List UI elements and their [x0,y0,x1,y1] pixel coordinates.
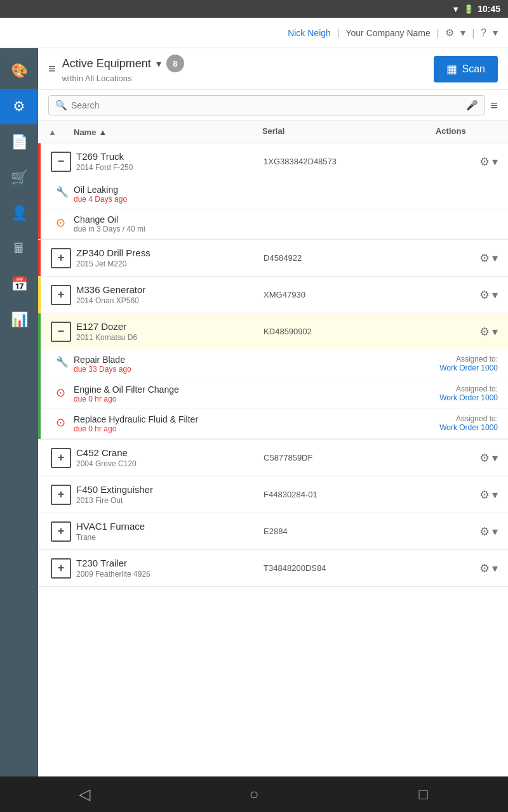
task-assigned: Assigned to: Work Order 1000 [286,414,498,432]
sidebar-item-calculator[interactable]: 🖩 [0,231,38,266]
filter-icon[interactable]: ≡ [490,98,498,113]
task-row: ⊙ Replace Hydraulic Fluid & Filter due 0… [38,409,508,439]
work-order-link[interactable]: Work Order 1000 [286,423,498,432]
task-name: Change Oil [74,214,498,225]
task-row: ⊙ Change Oil due in 3 Days / 40 mi [38,209,508,239]
gear-icon[interactable]: ⚙ [479,525,490,539]
equipment-main-row: + ZP340 Drill Press 2015 Jet M220 D45849… [38,240,508,276]
task-due: due 33 Days ago [74,365,286,374]
search-bar: 🔍 🎤 ≡ [38,90,508,121]
wifi-icon: ▼ [451,4,460,14]
home-button[interactable]: ○ [235,780,273,808]
expand-button[interactable]: + [51,248,71,268]
sidebar-item-theme[interactable]: 🎨 [0,53,38,89]
settings-icon[interactable]: ⚙ [445,27,454,39]
title-dropdown-icon[interactable]: ▾ [156,58,161,70]
equipment-count-badge: 8 [166,55,184,72]
search-input[interactable] [71,100,466,110]
expand-button[interactable]: + [51,558,71,579]
equipment-name: T269 Truck [76,151,264,162]
page-title: Active Equipment [62,57,151,70]
expand-button[interactable]: + [51,285,71,305]
task-name: Replace Hydraulic Fluid & Filter [74,414,286,424]
status-bar: ▼ 🔋 10:45 [0,0,508,18]
header-title-block: Active Equipment ▾ 8 within All Location… [62,55,427,83]
content-area: ≡ Active Equipment ▾ 8 within All Locati… [38,48,508,776]
equipment-serial: 1XG383842D48573 [264,157,404,166]
equipment-sub: Trane [76,533,264,542]
equipment-name: F450 Extinguisher [76,484,264,495]
help-icon[interactable]: ? [481,27,486,39]
assigned-label: Assigned to: [286,384,498,393]
gear-icon[interactable]: ⚙ [479,488,490,502]
task-type-icon: 🔧 [56,186,74,198]
task-assigned: Assigned to: Work Order 1000 [286,384,498,402]
gear-icon[interactable]: ⚙ [479,155,490,169]
equipment-sub: 2013 Fire Out [76,496,264,505]
table-row: + M336 Generator 2014 Onan XP560 XMG4793… [38,277,508,313]
equipment-serial: KD48590902 [264,327,404,336]
equipment-name-block: C452 Crane 2004 Grove C120 [76,447,264,468]
task-type-icon: ⊙ [56,386,74,400]
equipment-name-block: E127 Dozer 2011 Komatsu D6 [76,321,264,342]
gear-icon[interactable]: ⚙ [479,561,490,575]
equipment-sub: 2004 Grove C120 [76,459,264,468]
scan-barcode-icon: ▦ [446,62,457,76]
expand-button[interactable]: + [51,521,71,542]
mic-icon[interactable]: 🎤 [466,100,478,111]
task-detail: Replace Hydraulic Fluid & Filter due 0 h… [74,414,286,433]
work-order-link[interactable]: Work Order 1000 [286,363,498,372]
task-row: 🔧 Repair Blade due 33 Days ago Assigned … [38,350,508,379]
help-dropdown-icon[interactable]: ▾ [493,27,498,39]
sort-icon: ▲ [98,128,107,137]
battery-icon: 🔋 [464,4,474,14]
sidebar-item-orders[interactable]: 🛒 [0,160,38,195]
expand-button[interactable]: + [51,485,71,505]
task-due: due 0 hr ago [74,424,286,433]
chevron-down-icon[interactable]: ▾ [492,488,498,502]
col-name-header[interactable]: Name ▲ [74,126,262,138]
nav-separator1: | [337,28,340,38]
chevron-down-icon[interactable]: ▾ [492,251,498,265]
equipment-main-row: − T269 Truck 2014 Ford F-250 1XG383842D4… [38,143,508,180]
chevron-down-icon[interactable]: ▾ [492,325,498,339]
hamburger-icon[interactable]: ≡ [48,62,56,76]
sidebar-item-users[interactable]: 👤 [0,195,38,231]
equipment-name-block: T269 Truck 2014 Ford F-250 [76,151,264,172]
expand-button[interactable]: − [51,322,71,342]
sidebar-item-calendar[interactable]: 📅 [0,266,38,302]
task-name: Engine & Oil Filter Change [74,384,286,395]
equipment-actions: ⚙ ▾ [404,525,498,539]
sidebar-item-documents[interactable]: 📄 [0,124,38,160]
user-link[interactable]: Nick Neigh [288,28,331,38]
sidebar-item-settings[interactable]: ⚙ [0,89,38,124]
chevron-down-icon[interactable]: ▾ [492,561,498,575]
chevron-down-icon[interactable]: ▾ [492,525,498,539]
task-type-icon: ⊙ [56,416,74,429]
gear-icon[interactable]: ⚙ [479,251,490,265]
chevron-down-icon[interactable]: ▾ [492,155,498,169]
work-order-link[interactable]: Work Order 1000 [286,393,498,402]
gear-icon[interactable]: ⚙ [479,451,490,465]
sidebar-item-reports[interactable]: 📊 [0,302,38,337]
equipment-sub: 2014 Ford F-250 [76,163,264,172]
gear-icon[interactable]: ⚙ [479,288,490,302]
expand-button[interactable]: − [51,152,71,172]
search-input-wrap[interactable]: 🔍 🎤 [48,95,485,115]
equipment-sub: 2009 Featherlite 4926 [76,570,264,579]
chevron-down-icon[interactable]: ▾ [492,288,498,302]
gear-icon[interactable]: ⚙ [479,325,490,339]
company-link[interactable]: Your Company Name [345,28,430,38]
task-due: due in 3 Days / 40 mi [74,225,498,233]
expand-button[interactable]: + [51,448,71,468]
equipment-list: − T269 Truck 2014 Ford F-250 1XG383842D4… [38,143,508,776]
back-button[interactable]: ◁ [65,780,104,808]
table-row: + HVAC1 Furnace Trane E2884 ⚙ ▾ [38,513,508,550]
chevron-down-icon[interactable]: ▾ [492,451,498,465]
equipment-sub: 2015 Jet M220 [76,259,264,268]
table-header: ▲ Name ▲ Serial Actions [38,121,508,143]
scan-button[interactable]: ▦ Scan [434,56,498,82]
task-row: ⊙ Engine & Oil Filter Change due 0 hr ag… [38,379,508,409]
dropdown-icon[interactable]: ▾ [460,27,465,39]
recents-button[interactable]: □ [404,780,443,808]
